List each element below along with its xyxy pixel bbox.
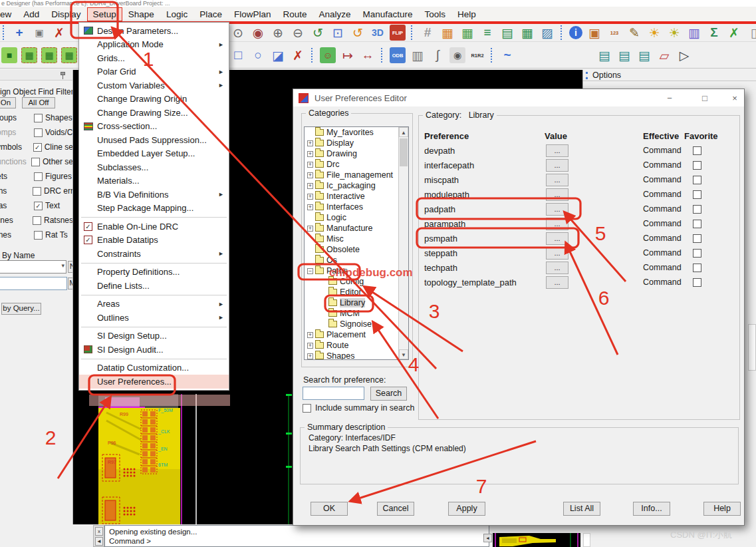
tree-item-config[interactable]: Config bbox=[305, 276, 408, 287]
filter-checkbox-ratts[interactable] bbox=[34, 231, 43, 240]
value-button-parampath[interactable]: ... bbox=[546, 218, 568, 230]
board-symbol-icon[interactable]: ▦ bbox=[21, 47, 37, 63]
favorite-checkbox-devpath[interactable] bbox=[693, 146, 701, 155]
menu-display[interactable]: Display bbox=[46, 8, 86, 21]
menu-tools[interactable]: Tools bbox=[420, 8, 451, 21]
markup-delete-icon[interactable]: ▱ bbox=[656, 47, 672, 63]
menu-add[interactable]: Add bbox=[18, 8, 45, 21]
options-panel-header[interactable]: Options bbox=[583, 70, 756, 81]
tree-item-paths[interactable]: −Paths bbox=[305, 266, 408, 276]
panel-titlebar[interactable] bbox=[0, 70, 73, 81]
scroll-gutter[interactable] bbox=[583, 533, 590, 547]
search-input[interactable] bbox=[303, 387, 364, 400]
dimension-icon[interactable]: ↦ bbox=[340, 47, 356, 63]
tree-item-interactive[interactable]: +Interactive bbox=[305, 191, 408, 202]
toolbar-handle[interactable] bbox=[3, 25, 6, 40]
menu-manufacture[interactable]: Manufacture bbox=[358, 8, 418, 21]
place-module-icon[interactable]: ☺ bbox=[320, 47, 336, 63]
menu-place[interactable]: Place bbox=[194, 8, 227, 21]
tree-item-drc[interactable]: +Drc bbox=[305, 159, 408, 170]
setup-menu-item-change-drawing-origin[interactable]: Change Drawing Origin bbox=[79, 92, 229, 106]
setup-menu-item-polar-grid[interactable]: Polar Grid► bbox=[79, 65, 229, 79]
filter-checkbox-clinese[interactable]: ✓ bbox=[33, 143, 42, 152]
value-button-steppath[interactable]: ... bbox=[546, 247, 568, 260]
filter-checkbox-text[interactable]: ✓ bbox=[34, 202, 43, 210]
filter-checkbox-figures[interactable] bbox=[34, 172, 43, 181]
grid-icon[interactable]: # bbox=[420, 25, 436, 41]
value-button-devpath[interactable]: ... bbox=[546, 144, 568, 157]
toolbar-handle[interactable] bbox=[561, 25, 564, 40]
by-name-input[interactable] bbox=[0, 277, 67, 290]
linear-dimension-icon[interactable]: ↔ bbox=[360, 47, 376, 63]
favorite-checkbox-topology_template_path[interactable] bbox=[693, 278, 701, 287]
name-side-button[interactable]: N bbox=[68, 261, 73, 273]
setup-menu-item-custom-variables[interactable]: Custom Variables► bbox=[79, 79, 229, 92]
status-close-button[interactable]: x bbox=[95, 527, 103, 536]
setup-menu-item-step-package-mapping[interactable]: Step Package Mapping... bbox=[79, 202, 229, 216]
expand-icon[interactable]: + bbox=[307, 172, 313, 178]
shape-fill-icon[interactable]: ◪ bbox=[270, 47, 286, 63]
tree-item-mcm[interactable]: MCM bbox=[305, 308, 408, 319]
filter-checkbox-voidsc[interactable] bbox=[34, 128, 43, 137]
zoom-previous-icon[interactable]: ⊡ bbox=[330, 25, 346, 41]
setup-menu-item-grids[interactable]: Grids... bbox=[79, 51, 229, 65]
view-3d-icon[interactable]: 3D bbox=[370, 25, 386, 41]
by-name-dropdown[interactable]: ▾ bbox=[0, 260, 66, 274]
value-button-topology_template_path[interactable]: ... bbox=[546, 276, 568, 289]
setup-menu-item-materials[interactable]: Materials... bbox=[79, 174, 229, 188]
odb-export-icon[interactable]: ODB bbox=[390, 47, 406, 63]
setup-menu-item-define-lists[interactable]: Define Lists... bbox=[79, 279, 229, 293]
all-on-button[interactable]: On bbox=[0, 97, 16, 108]
setup-menu-item-b-b-via-definitions[interactable]: B/B Via Definitions► bbox=[79, 188, 229, 202]
favorite-checkbox-miscpath[interactable] bbox=[693, 176, 701, 184]
waive-icon[interactable]: ✗ bbox=[726, 25, 742, 41]
find-by-query-button[interactable]: by Query... bbox=[1, 303, 41, 315]
tree-item-file_management[interactable]: +File_management bbox=[305, 170, 408, 180]
expand-icon[interactable]: + bbox=[307, 194, 313, 200]
tree-item-manufacture[interactable]: +Manufacture bbox=[305, 223, 408, 234]
zoom-fit-icon[interactable]: ◉ bbox=[250, 25, 266, 41]
expand-icon[interactable]: + bbox=[307, 353, 313, 359]
value-button-interfacepath[interactable]: ... bbox=[546, 159, 568, 172]
cm-table-icon[interactable]: ▤ bbox=[499, 25, 515, 41]
setup-menu-item-datatip-customization[interactable]: Datatip Customization... bbox=[79, 361, 229, 375]
value-button-modulepath[interactable]: ... bbox=[546, 188, 568, 201]
sum-icon[interactable]: Σ bbox=[706, 25, 722, 41]
cancel-button[interactable]: Cancel bbox=[377, 502, 414, 516]
highlight-icon[interactable]: ☀ bbox=[646, 25, 662, 41]
worksheet-1-icon[interactable]: ▤ bbox=[596, 47, 612, 63]
command-console[interactable]: Opening existing design... Command > bbox=[104, 525, 489, 547]
favorite-checkbox-interfacepath[interactable] bbox=[693, 161, 701, 170]
maximize-icon[interactable]: □ bbox=[693, 89, 717, 106]
favorite-checkbox-steppath[interactable] bbox=[693, 249, 701, 258]
info-icon[interactable]: i bbox=[569, 26, 582, 39]
setup-menu-item-si-design-audit[interactable]: SI Design Audit... bbox=[79, 343, 229, 357]
tree-item-shapes[interactable]: +Shapes bbox=[305, 351, 408, 360]
setup-menu-item-outlines[interactable]: Outlines► bbox=[79, 311, 229, 325]
graph-icon[interactable]: ▥ bbox=[686, 25, 702, 41]
move-icon[interactable]: + bbox=[11, 25, 27, 41]
include-summary-checkbox[interactable] bbox=[303, 404, 311, 413]
tree-item-library[interactable]: Library bbox=[305, 297, 408, 308]
diode-check-icon[interactable]: ▷ bbox=[676, 47, 692, 63]
menu-logic[interactable]: Logic bbox=[161, 8, 193, 21]
close-icon[interactable]: × bbox=[723, 89, 747, 106]
help-button[interactable]: Help bbox=[703, 502, 741, 516]
expand-icon[interactable]: + bbox=[307, 162, 313, 168]
search-button[interactable]: Search bbox=[370, 387, 407, 401]
zoom-out-icon[interactable]: ⊖ bbox=[290, 25, 306, 41]
snapshot-icon[interactable]: ◉ bbox=[449, 47, 465, 63]
setup-menu-item-areas[interactable]: Areas► bbox=[79, 297, 229, 311]
flip-design-icon[interactable]: FLIP bbox=[390, 25, 406, 41]
menu-setup[interactable]: Setup bbox=[88, 8, 122, 21]
tree-item-signoise[interactable]: Signoise bbox=[305, 319, 408, 329]
expand-icon[interactable]: + bbox=[307, 343, 313, 349]
pad-table-icon[interactable]: ▦ bbox=[519, 25, 535, 41]
favorite-checkbox-padpath[interactable] bbox=[693, 205, 701, 214]
stackup-icon[interactable]: ▥ bbox=[410, 47, 426, 63]
tree-item-display[interactable]: +Display bbox=[305, 138, 408, 148]
setup-menu-item-change-drawing-size[interactable]: Change Drawing Size... bbox=[79, 106, 229, 120]
clip-icon[interactable]: ▯ bbox=[746, 25, 756, 41]
tree-item-obsolete[interactable]: Obsolete bbox=[305, 244, 408, 255]
setup-menu-item-constraints[interactable]: Constraints► bbox=[79, 247, 229, 261]
